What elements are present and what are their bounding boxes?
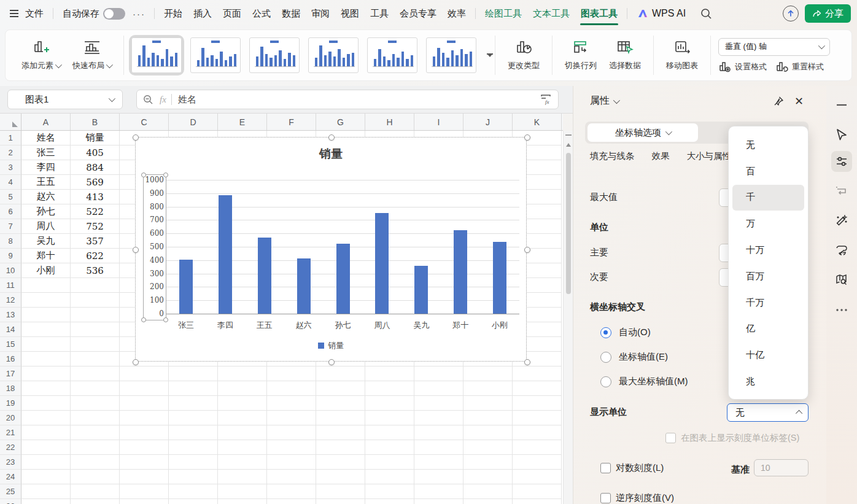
more-menu-icon[interactable]: ··· <box>128 9 150 19</box>
column-header-J[interactable]: J <box>463 114 513 130</box>
show-unit-tag-checkbox[interactable]: 在图表上显示刻度单位标签(S) <box>665 432 799 444</box>
scrollbar-thumb[interactable] <box>566 153 571 294</box>
row-header-4[interactable]: 4 <box>0 175 21 190</box>
display-unit-combobox[interactable]: 无 <box>727 403 809 422</box>
share-button[interactable]: 分享 <box>805 4 851 23</box>
tab-text-tools[interactable]: 文本工具 <box>527 8 575 20</box>
radio-button[interactable] <box>600 376 611 387</box>
cell-B21[interactable] <box>71 425 120 440</box>
bar-王五[interactable] <box>258 238 271 314</box>
cell-B2[interactable]: 405 <box>71 145 120 160</box>
base-input[interactable]: 10 <box>754 459 809 476</box>
cell-B5[interactable]: 413 <box>71 190 120 204</box>
column-header-F[interactable]: F <box>267 114 316 130</box>
cell-I25[interactable] <box>414 484 463 499</box>
cell-A3[interactable]: 李四 <box>21 160 71 175</box>
cell-I24[interactable] <box>414 470 463 484</box>
cell-C17[interactable] <box>120 366 169 381</box>
cell-G23[interactable] <box>316 455 365 470</box>
selection-handle[interactable] <box>524 359 530 365</box>
cell-B10[interactable]: 536 <box>71 263 120 278</box>
tab-review[interactable]: 审阅 <box>306 8 335 20</box>
cell-A21[interactable] <box>21 425 71 440</box>
tab-drawing-tools[interactable]: 绘图工具 <box>479 8 527 20</box>
cell-H22[interactable] <box>365 440 414 455</box>
close-panel-icon[interactable]: ✕ <box>794 95 804 108</box>
cell-D24[interactable] <box>169 470 218 484</box>
cell-J26[interactable] <box>463 499 513 504</box>
chart-style-thumbnail-6[interactable] <box>424 35 479 76</box>
row-header-15[interactable]: 15 <box>0 337 21 352</box>
cell-G20[interactable] <box>316 411 365 425</box>
map-search-icon[interactable] <box>831 269 852 290</box>
cell-F21[interactable] <box>267 425 316 440</box>
cell-G21[interactable] <box>316 425 365 440</box>
vertical-scrollbar[interactable] <box>563 131 573 504</box>
fx-icon[interactable]: fx <box>160 95 166 105</box>
pin-icon[interactable] <box>773 96 784 107</box>
add-element-button[interactable]: 添加元素 <box>15 39 66 71</box>
cell-B24[interactable] <box>71 470 120 484</box>
zoom-search-icon[interactable] <box>143 95 153 105</box>
cell-E22[interactable] <box>218 440 267 455</box>
tab-tools[interactable]: 工具 <box>365 8 394 20</box>
bar-小刚[interactable] <box>493 242 506 314</box>
cell-C25[interactable] <box>120 484 169 499</box>
row-header-1[interactable]: 1 <box>0 131 21 145</box>
cell-B17[interactable] <box>71 366 120 381</box>
chart-object[interactable]: 销量 01002003004005006007008009001000张三李四王… <box>135 137 527 362</box>
dropdown-option-十万[interactable]: 十万 <box>732 237 804 263</box>
row-header-2[interactable]: 2 <box>0 145 21 160</box>
cursor-select-icon[interactable] <box>831 124 852 145</box>
cell-B9[interactable]: 622 <box>71 249 120 263</box>
cell-D23[interactable] <box>169 455 218 470</box>
cell-G19[interactable] <box>316 396 365 411</box>
cell-E18[interactable] <box>218 381 267 396</box>
checkbox-unchecked[interactable] <box>600 493 611 503</box>
insert-function-icon[interactable]: fx <box>540 93 552 106</box>
panel-title[interactable]: 属性 <box>590 95 618 107</box>
row-header-26[interactable]: 26 <box>0 499 21 504</box>
tab-insert[interactable]: 插入 <box>188 8 217 20</box>
cell-J17[interactable] <box>463 366 513 381</box>
cell-F17[interactable] <box>267 366 316 381</box>
cell-F22[interactable] <box>267 440 316 455</box>
bar-李四[interactable] <box>219 195 232 314</box>
cell-I22[interactable] <box>414 440 463 455</box>
set-format-button[interactable]: 设置格式 <box>718 61 767 73</box>
chart-style-thumbnail-1[interactable] <box>129 35 184 76</box>
select-all-corner[interactable] <box>0 114 21 130</box>
cell-B4[interactable]: 569 <box>71 175 120 190</box>
cell-J21[interactable] <box>463 425 513 440</box>
cell-F19[interactable] <box>267 396 316 411</box>
row-header-17[interactable]: 17 <box>0 366 21 381</box>
column-header-D[interactable]: D <box>169 114 218 130</box>
cell-G22[interactable] <box>316 440 365 455</box>
row-header-16[interactable]: 16 <box>0 352 21 366</box>
row-header-24[interactable]: 24 <box>0 470 21 484</box>
cell-A10[interactable]: 小刚 <box>21 263 71 278</box>
cell-B14[interactable] <box>71 322 120 337</box>
column-header-E[interactable]: E <box>218 114 267 130</box>
cell-B12[interactable] <box>71 293 120 308</box>
tab-efficiency[interactable]: 效率 <box>442 8 471 20</box>
cell-J19[interactable] <box>463 396 513 411</box>
selection-handle[interactable] <box>524 134 530 141</box>
cell-A7[interactable]: 周八 <box>21 219 71 234</box>
bar-吴九[interactable] <box>414 266 428 314</box>
cell-K25[interactable] <box>513 484 562 499</box>
radio-auto[interactable]: 自动(O) <box>600 327 651 338</box>
column-header-C[interactable]: C <box>120 114 169 130</box>
cell-B1[interactable]: 销量 <box>71 131 120 145</box>
row-header-8[interactable]: 8 <box>0 234 21 249</box>
cell-A22[interactable] <box>21 440 71 455</box>
row-header-21[interactable]: 21 <box>0 425 21 440</box>
cell-B20[interactable] <box>71 411 120 425</box>
cell-A19[interactable] <box>21 396 71 411</box>
cell-B18[interactable] <box>71 381 120 396</box>
dropdown-option-百万[interactable]: 百万 <box>732 263 804 290</box>
cell-I17[interactable] <box>414 366 463 381</box>
cell-A26[interactable] <box>21 499 71 504</box>
name-box[interactable]: 图表1 <box>7 90 123 109</box>
cell-B15[interactable] <box>71 337 120 352</box>
